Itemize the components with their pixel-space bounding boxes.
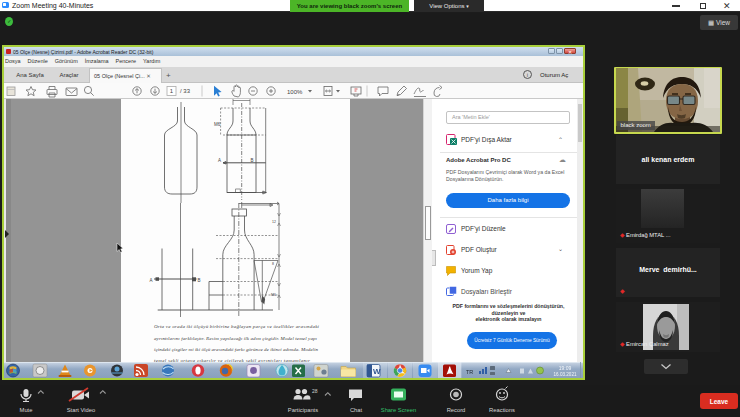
svg-text:M6: M6 bbox=[214, 122, 221, 127]
svg-text:A: A bbox=[150, 278, 153, 283]
svg-text:/ 33: / 33 bbox=[180, 88, 191, 94]
svg-text:12: 12 bbox=[272, 220, 276, 224]
svg-text:Leave: Leave bbox=[710, 398, 729, 405]
svg-text:M6: M6 bbox=[271, 293, 276, 297]
svg-text:19:09: 19:09 bbox=[559, 365, 572, 371]
svg-text:B: B bbox=[251, 158, 254, 163]
svg-text:Reactions: Reactions bbox=[489, 407, 515, 413]
svg-text:W: W bbox=[373, 367, 381, 376]
svg-text:ayrıntılarını farklılaştır. Re: ayrıntılarını farklılaştır. Resim yapıla… bbox=[154, 336, 318, 341]
svg-text:16.03.2021: 16.03.2021 bbox=[554, 372, 577, 377]
svg-text:28: 28 bbox=[312, 388, 318, 394]
svg-text:8: 8 bbox=[272, 262, 274, 266]
svg-text:Mute: Mute bbox=[20, 407, 33, 413]
svg-text:Start Video: Start Video bbox=[67, 407, 96, 413]
svg-text:Participants: Participants bbox=[288, 407, 318, 413]
svg-text:TR: TR bbox=[466, 369, 473, 375]
svg-text:Chat: Chat bbox=[350, 407, 363, 413]
svg-text:Record: Record bbox=[447, 407, 466, 413]
svg-text:100%: 100% bbox=[287, 89, 303, 95]
svg-text:A: A bbox=[218, 158, 221, 163]
svg-text:B: B bbox=[198, 278, 201, 283]
svg-text:içindeki çizgiler mi iki ölçü: içindeki çizgiler mi iki ölçü arasındaki… bbox=[154, 347, 319, 352]
svg-text:Share Screen: Share Screen bbox=[381, 407, 416, 413]
svg-text:Orta ve orada iki ölçüyü birbi: Orta ve orada iki ölçüyü birbirine bağla… bbox=[154, 324, 320, 329]
